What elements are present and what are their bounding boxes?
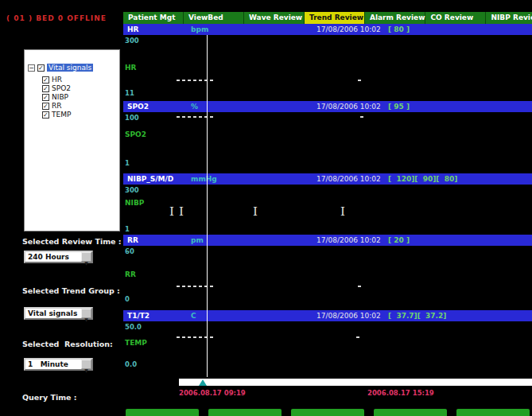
spo2-checkbox[interactable]: ✓ — [42, 85, 49, 92]
query-time-label: Query Time : — [22, 393, 77, 402]
nibp-measurement-marker-icon: I — [253, 206, 258, 218]
timeline-marker-icon[interactable] — [199, 379, 207, 386]
resolution-value: 1 Minute — [28, 360, 68, 368]
function-button[interactable] — [291, 409, 364, 416]
nibp-measurement-marker-icon: I — [169, 206, 174, 218]
tab-trend-review[interactable]: Trend Review — [305, 12, 365, 24]
dropdown-arrow-icon: ▼ — [84, 317, 88, 322]
param-name: SPO2 — [127, 103, 149, 111]
temp-row-header: T1/T2 C 17/08/2006 10:02 [ 37.7][ 37.2] — [123, 310, 532, 321]
temp-checkbox[interactable]: ✓ — [42, 111, 49, 119]
cursor-values: [ 120][ 90][ 80] — [388, 175, 457, 183]
nibp-trace-label: NIBP — [125, 199, 144, 207]
cursor-timestamp: 17/08/2006 10:02 — [316, 25, 381, 33]
spo2-scale-bottom: 1 — [125, 159, 130, 167]
cursor-values: [ 80 ] — [388, 25, 410, 33]
spo2-trend-trace — [177, 116, 215, 118]
bed-status: ( 01 ) BED 0 OFFLINE — [6, 14, 107, 22]
param-name: NIBP_S/M/D — [127, 175, 173, 183]
tree-item-hr[interactable]: HR — [52, 76, 62, 84]
review-time-select[interactable]: 240 Hours ▼ — [24, 251, 93, 263]
spo2-trend-trace — [360, 116, 364, 118]
cursor-values: [ 20 ] — [388, 236, 410, 244]
review-time-value: 240 Hours — [28, 253, 69, 261]
check-icon: ✓ — [43, 111, 49, 119]
review-time-label: Selected Review Time : — [22, 237, 122, 246]
cursor-timestamp: 17/08/2006 10:02 — [316, 175, 381, 183]
rr-checkbox[interactable]: ✓ — [42, 103, 49, 110]
cursor-timestamp: 17/08/2006 10:02 — [316, 103, 381, 111]
rr-row-header: RR pm 17/08/2006 10:02 [ 20 ] — [123, 235, 532, 246]
nibp-measurement-marker-icon: I — [179, 206, 184, 218]
tab-bar: Patient Mgt ViewBed Wave Review Trend Re… — [123, 12, 532, 24]
function-button[interactable] — [126, 409, 199, 416]
trend-group-select[interactable]: Vital signals ▼ — [24, 307, 93, 320]
trend-review-screen: ( 01 ) BED 0 OFFLINE Patient Mgt ViewBed… — [0, 0, 532, 416]
check-icon: ✓ — [38, 64, 44, 72]
tab-co-review[interactable]: CO Review — [425, 12, 486, 24]
rr-trend-trace — [177, 286, 215, 287]
review-time-dropdown-button[interactable]: ▼ — [81, 252, 91, 262]
function-button[interactable] — [374, 409, 447, 416]
hr-trend-trace — [358, 80, 362, 81]
rr-scale-top: 60 — [125, 247, 134, 255]
nibp-checkbox[interactable]: ✓ — [42, 94, 49, 101]
temp-trend-trace — [356, 336, 360, 338]
rr-trace-label: RR — [125, 270, 136, 278]
nibp-measurement-marker-icon: I — [340, 206, 345, 218]
hr-row-header: HR bpm 17/08/2006 10:02 [ 80 ] — [123, 24, 532, 35]
temp-trend-trace — [177, 336, 215, 338]
spo2-scale-top: 100 — [125, 114, 139, 122]
tab-nibp-review[interactable]: NIBP Review — [486, 12, 532, 24]
param-unit: pm — [191, 236, 204, 244]
function-button[interactable] — [208, 409, 282, 416]
temp-scale-bottom: 0.0 — [125, 360, 137, 368]
tab-wave-review[interactable]: Wave Review — [244, 12, 305, 24]
nibp-scale-top: 300 — [125, 186, 139, 194]
tree-item-temp[interactable]: TEMP — [52, 111, 71, 119]
temp-trace-label: TEMP — [125, 339, 147, 347]
spo2-trace-label: SPO2 — [125, 130, 146, 138]
query-start-time: 2006.08.17 09:19 — [179, 389, 246, 397]
time-cursor[interactable] — [207, 35, 208, 377]
rr-trend-trace — [358, 286, 362, 287]
tab-alarm-review[interactable]: Alarm Review — [365, 12, 425, 24]
tree-item-nibp[interactable]: NIBP — [52, 93, 68, 101]
tree-expander-icon[interactable]: − — [28, 64, 35, 72]
trend-group-tree: − ✓ Vital signals ✓ HR ✓ SPO2 ✓ NIBP ✓ R… — [24, 49, 120, 231]
dropdown-arrow-icon: ▼ — [84, 260, 88, 266]
dropdown-arrow-icon: ▼ — [84, 367, 88, 373]
param-unit: C — [191, 312, 196, 320]
hr-trend-trace — [177, 80, 215, 81]
tab-patient-mgt[interactable]: Patient Mgt — [123, 12, 184, 24]
param-unit: bpm — [191, 25, 208, 33]
cursor-timestamp: 17/08/2006 10:02 — [316, 312, 381, 320]
param-name: HR — [127, 25, 138, 33]
param-name: RR — [127, 236, 138, 244]
spo2-row-header: SPO2 % 17/08/2006 10:02 [ 95 ] — [123, 101, 532, 112]
vital-signals-checkbox[interactable]: ✓ — [37, 64, 45, 72]
tree-item-spo2[interactable]: SPO2 — [52, 84, 71, 92]
cursor-values: [ 95 ] — [388, 103, 410, 111]
cursor-timestamp: 17/08/2006 10:02 — [316, 236, 381, 244]
trend-group-dropdown-button[interactable]: ▼ — [81, 309, 91, 318]
timeline-scrollbar[interactable] — [179, 379, 532, 386]
temp-scale-top: 50.0 — [125, 323, 142, 331]
resolution-label: Selected Resolution: — [22, 340, 113, 348]
param-unit: % — [191, 103, 198, 111]
check-icon: ✓ — [43, 94, 49, 101]
resolution-dropdown-button[interactable]: ▼ — [81, 360, 91, 369]
tree-root-label[interactable]: Vital signals — [47, 64, 93, 72]
nibp-scale-bottom: 1 — [125, 225, 130, 233]
hr-trace-label: HR — [125, 64, 136, 72]
hr-scale-top: 300 — [125, 37, 139, 45]
tab-viewbed[interactable]: ViewBed — [184, 12, 244, 24]
tree-item-rr[interactable]: RR — [52, 102, 62, 110]
resolution-select[interactable]: 1 Minute ▼ — [24, 358, 93, 371]
trend-group-value: Vital signals — [28, 309, 77, 317]
cursor-values: [ 37.7][ 37.2] — [388, 312, 446, 320]
hr-checkbox[interactable]: ✓ — [42, 76, 49, 84]
function-button[interactable] — [456, 409, 530, 416]
nibp-row-header: NIBP_S/M/D mmHg 17/08/2006 10:02 [ 120][… — [123, 173, 532, 185]
query-end-time: 2006.08.17 15:19 — [367, 389, 434, 397]
